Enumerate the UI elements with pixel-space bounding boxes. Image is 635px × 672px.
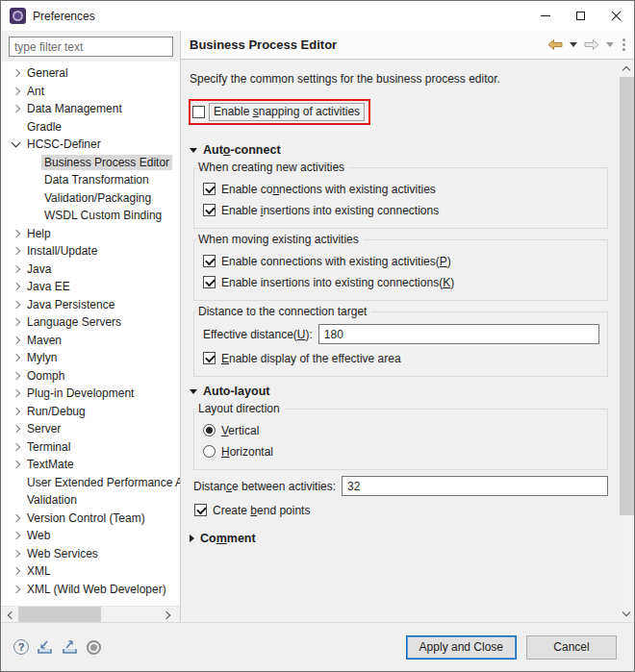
tree-chevron-icon[interactable] (26, 155, 41, 170)
tree-horizontal-scrollbar[interactable] (1, 606, 180, 622)
tree-chevron-icon[interactable] (9, 101, 24, 116)
sidebar-item[interactable]: WSDL Custom Binding (1, 207, 180, 225)
content-vertical-scrollbar[interactable] (620, 61, 634, 622)
preference-recorder-icon[interactable] (87, 640, 101, 655)
sidebar-item[interactable]: XML (Wild Web Developer) (1, 581, 180, 599)
tree-chevron-icon[interactable] (9, 279, 24, 294)
sidebar-item[interactable]: Gradle (1, 118, 180, 137)
tree-chevron-icon[interactable] (9, 475, 24, 490)
sidebar-item[interactable]: User Extended Performance A (1, 474, 180, 492)
sidebar-item[interactable]: Oomph (1, 367, 180, 386)
snapping-checkbox-label[interactable]: Enable snapping of activities (209, 103, 365, 121)
tree-chevron-icon[interactable] (9, 492, 24, 508)
sidebar-item[interactable]: XML (1, 562, 180, 581)
tree-chevron-icon[interactable] (26, 172, 41, 187)
effective-area-checkbox[interactable] (203, 352, 216, 364)
sidebar-item[interactable]: Java Persistence (1, 296, 180, 314)
tree-chevron-icon[interactable] (9, 563, 24, 579)
tree-chevron-icon[interactable] (9, 119, 24, 135)
section-auto-connect[interactable]: Auto-connect (190, 143, 610, 157)
sidebar-item[interactable]: General (1, 64, 180, 83)
vertical-radio[interactable] (203, 424, 216, 436)
scroll-left-icon[interactable] (6, 610, 15, 619)
section-auto-layout[interactable]: Auto-layout (190, 385, 610, 398)
sidebar-item[interactable]: Java EE (1, 278, 180, 296)
checkbox-label[interactable]: Enable insertions into existing connecti… (221, 204, 439, 217)
tree-chevron-icon[interactable] (9, 528, 24, 543)
sidebar-item[interactable]: Validation (1, 491, 180, 510)
sidebar-item[interactable]: TextMate (1, 456, 180, 474)
insertions-moving-checkbox[interactable] (203, 276, 216, 288)
tree-chevron-icon[interactable] (9, 65, 24, 81)
sidebar-item[interactable]: Ant (1, 83, 180, 101)
back-history-dropdown-icon[interactable] (570, 42, 577, 47)
tree-chevron-icon[interactable] (9, 261, 24, 277)
scrollbar-thumb[interactable] (620, 77, 634, 515)
tree-chevron-icon[interactable] (9, 314, 24, 330)
maximize-button[interactable] (563, 1, 598, 31)
checkbox-label[interactable]: Enable insertions into existing connecti… (221, 276, 454, 289)
sidebar-item[interactable]: Mylyn (1, 349, 180, 367)
sidebar-item[interactable]: Web (1, 527, 180, 545)
sidebar-item[interactable]: Business Process Editor (1, 154, 180, 172)
sidebar-item[interactable]: Data Transformation (1, 171, 180, 189)
scroll-up-icon[interactable] (622, 64, 631, 74)
minimize-button[interactable] (527, 1, 563, 31)
tree-chevron-icon[interactable] (9, 84, 24, 99)
sidebar-item[interactable]: Server (1, 420, 180, 438)
tree-chevron-icon[interactable] (9, 333, 24, 348)
sidebar-item[interactable]: Data Management (1, 100, 180, 118)
sidebar-item[interactable]: Install/Update (1, 242, 180, 261)
tree-chevron-icon[interactable] (26, 208, 41, 223)
checkbox-label[interactable]: Create bend points (213, 504, 310, 517)
import-preferences-icon[interactable] (37, 640, 54, 655)
forward-history-dropdown-icon[interactable] (606, 42, 614, 47)
sidebar-item[interactable]: Maven (1, 332, 180, 350)
sidebar-item[interactable]: HCSC-Definer (1, 136, 180, 154)
scrollbar-thumb[interactable] (18, 607, 101, 623)
cancel-button[interactable]: Cancel (526, 635, 617, 660)
connections-moving-checkbox[interactable] (203, 255, 216, 267)
apply-and-close-button[interactable]: Apply and Close (406, 635, 517, 660)
radio-label[interactable]: Horizontal (221, 445, 273, 459)
tree-chevron-icon[interactable] (9, 350, 24, 365)
checkbox-label[interactable]: Enable connections with existing activit… (221, 183, 436, 196)
sidebar-item[interactable]: Validation/Packaging (1, 189, 180, 208)
tree-chevron-icon[interactable] (9, 386, 24, 401)
connections-new-checkbox[interactable] (203, 183, 216, 195)
sidebar-item[interactable]: Language Servers (1, 313, 180, 332)
sidebar-item[interactable]: Web Services (1, 545, 180, 563)
section-comment[interactable]: Comment (190, 532, 610, 545)
tree-chevron-icon[interactable] (9, 368, 24, 384)
tree-chevron-icon[interactable] (9, 510, 24, 526)
sidebar-item[interactable]: Plug-in Development (1, 385, 180, 403)
tree-chevron-icon[interactable] (9, 439, 24, 455)
tree-chevron-icon[interactable] (9, 546, 24, 561)
sidebar-item[interactable]: Terminal (1, 438, 180, 457)
checkbox-label[interactable]: Enable display of the effective area (221, 352, 401, 365)
tree-chevron-icon[interactable] (9, 226, 24, 241)
checkbox-label[interactable]: Enable connections with existing activit… (221, 255, 451, 268)
tree-chevron-icon[interactable] (9, 582, 24, 597)
sidebar-item[interactable]: Run/Debug (1, 403, 180, 421)
sidebar-item[interactable]: Version Control (Team) (1, 510, 180, 528)
tree-chevron-icon[interactable] (9, 421, 24, 436)
distance-between-input[interactable] (342, 476, 608, 496)
forward-arrow-icon[interactable] (584, 39, 599, 50)
tree-chevron-icon[interactable] (9, 404, 24, 419)
snapping-checkbox[interactable] (192, 106, 205, 118)
sidebar-item[interactable]: Help (1, 225, 180, 243)
filter-input[interactable] (9, 37, 173, 57)
effective-distance-input[interactable] (318, 324, 599, 344)
close-button[interactable] (598, 1, 634, 31)
help-icon[interactable]: ? (13, 639, 29, 655)
back-arrow-icon[interactable] (547, 39, 563, 50)
scroll-down-icon[interactable] (622, 609, 631, 618)
bend-points-checkbox[interactable] (194, 504, 207, 516)
insertions-new-checkbox[interactable] (203, 204, 216, 216)
tree-chevron-icon[interactable] (9, 137, 24, 152)
sidebar-item[interactable]: Java (1, 261, 180, 279)
horizontal-radio[interactable] (203, 445, 216, 458)
view-menu-icon[interactable] (622, 38, 625, 51)
tree-chevron-icon[interactable] (26, 190, 41, 206)
